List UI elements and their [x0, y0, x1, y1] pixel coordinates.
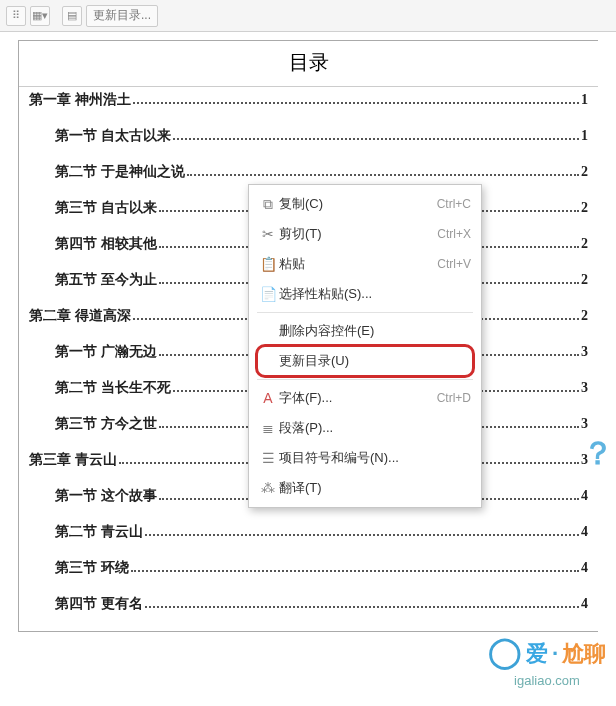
toc-entry-page: 4: [581, 560, 588, 576]
toc-entry-page: 4: [581, 488, 588, 504]
toc-leader-dots: [145, 526, 580, 536]
toc-entry-text: 第一章 神州浩土: [29, 91, 131, 109]
toc-entry-text: 第三章 青云山: [29, 451, 117, 469]
paragraph-icon: ≣: [257, 420, 279, 436]
toc-leader-dots: [187, 166, 580, 176]
toc-entry-page: 2: [581, 200, 588, 216]
menu-cut-label: 剪切(T): [279, 225, 437, 243]
watermark-sep: ·: [552, 641, 558, 667]
toc-entry-page: 2: [581, 236, 588, 252]
menu-copy[interactable]: ⧉ 复制(C) Ctrl+C: [249, 189, 481, 219]
menu-bullets-label: 项目符号和编号(N)...: [279, 449, 471, 467]
toc-entry-page: 2: [581, 272, 588, 288]
menu-delete-cc-label: 删除内容控件(E): [279, 322, 471, 340]
toc-leader-dots: [133, 94, 580, 104]
menu-cut-accel: Ctrl+X: [437, 227, 471, 241]
toc-entry-text: 第三节 自古以来: [55, 199, 157, 217]
refresh-icon[interactable]: ▤: [62, 6, 82, 26]
menu-font-label: 字体(F)...: [279, 389, 437, 407]
update-toc-button[interactable]: 更新目录...: [86, 5, 158, 27]
menu-cut[interactable]: ✂ 剪切(T) Ctrl+X: [249, 219, 481, 249]
cut-icon: ✂: [257, 226, 279, 242]
watermark-text1: 爱: [526, 639, 548, 669]
toc-entry-page: 3: [581, 344, 588, 360]
toc-entry-page: 1: [581, 128, 588, 144]
toc-menu-icon[interactable]: ▦▾: [30, 6, 50, 26]
menu-delete-content-control[interactable]: 删除内容控件(E): [249, 316, 481, 346]
toc-entry-page: 4: [581, 524, 588, 540]
menu-paragraph[interactable]: ≣ 段落(P)...: [249, 413, 481, 443]
menu-paste-label: 粘贴: [279, 255, 437, 273]
copy-icon: ⧉: [257, 196, 279, 213]
menu-paste[interactable]: 📋 粘贴 Ctrl+V: [249, 249, 481, 279]
toc-entry-page: 2: [581, 164, 588, 180]
toc-control-toolbar: ⠿ ▦▾ ▤ 更新目录...: [0, 0, 616, 32]
toc-entry-text: 第一节 广瀚无边: [55, 343, 157, 361]
toc-leader-dots: [173, 130, 580, 140]
toc-entry-text: 第二节 于是神仙之说: [55, 163, 185, 181]
toc-entry[interactable]: 第三节 环绕4: [29, 559, 588, 595]
menu-paragraph-label: 段落(P)...: [279, 419, 471, 437]
toc-entry-page: 3: [581, 416, 588, 432]
toc-entry-text: 第三节 环绕: [55, 559, 129, 577]
menu-bullets[interactable]: ☰ 项目符号和编号(N)...: [249, 443, 481, 473]
menu-update-toc[interactable]: 更新目录(U): [249, 346, 481, 376]
menu-translate-label: 翻译(T): [279, 479, 471, 497]
toc-leader-dots: [145, 598, 580, 608]
toc-entry-text: 第一节 这个故事: [55, 487, 157, 505]
font-icon: A: [257, 390, 279, 406]
watermark-text2: 尬聊: [562, 639, 606, 669]
menu-font[interactable]: A 字体(F)... Ctrl+D: [249, 383, 481, 413]
toc-entry[interactable]: 第四节 更有名4: [29, 595, 588, 631]
toc-entry-text: 第二章 得道高深: [29, 307, 131, 325]
menu-translate[interactable]: ⁂ 翻译(T): [249, 473, 481, 503]
toc-title: 目录: [19, 41, 598, 87]
toc-entry-page: 3: [581, 380, 588, 396]
toc-entry-text: 第二节 当长生不死: [55, 379, 171, 397]
menu-paste-special-label: 选择性粘贴(S)...: [279, 285, 471, 303]
toc-entry-page: 1: [581, 92, 588, 108]
paste-icon: 📋: [257, 256, 279, 272]
menu-paste-accel: Ctrl+V: [437, 257, 471, 271]
toc-entry-text: 第五节 至今为止: [55, 271, 157, 289]
menu-separator: [257, 312, 473, 313]
menu-copy-accel: Ctrl+C: [437, 197, 471, 211]
translate-icon: ⁂: [257, 480, 279, 496]
menu-font-accel: Ctrl+D: [437, 391, 471, 405]
toc-entry[interactable]: 第一章 神州浩土1: [29, 91, 588, 127]
toc-entry[interactable]: 第一节 自太古以来1: [29, 127, 588, 163]
context-menu: ⧉ 复制(C) Ctrl+C ✂ 剪切(T) Ctrl+X 📋 粘贴 Ctrl+…: [248, 184, 482, 508]
toc-entry-text: 第一节 自太古以来: [55, 127, 171, 145]
toc-entry-page: 2: [581, 308, 588, 324]
toc-leader-dots: [131, 562, 580, 572]
question-mark-overlay: ？: [582, 432, 614, 476]
watermark-logo-icon: ◯: [488, 634, 522, 669]
bullets-icon: ☰: [257, 450, 279, 466]
toc-entry-text: 第四节 更有名: [55, 595, 143, 613]
menu-paste-special[interactable]: 📄 选择性粘贴(S)...: [249, 279, 481, 309]
menu-update-toc-label: 更新目录(U): [279, 352, 471, 370]
toc-entry-text: 第三节 方今之世: [55, 415, 157, 433]
toc-entry[interactable]: 第二节 青云山4: [29, 523, 588, 559]
watermark: ◯ 爱 · 尬聊 igaliao.com: [488, 636, 606, 688]
toc-entry-page: 4: [581, 596, 588, 612]
menu-copy-label: 复制(C): [279, 195, 437, 213]
paste-special-icon: 📄: [257, 286, 279, 302]
menu-separator: [257, 379, 473, 380]
toc-entry-text: 第四节 相较其他: [55, 235, 157, 253]
watermark-url: igaliao.com: [488, 673, 606, 688]
toc-handle-icon[interactable]: ⠿: [6, 6, 26, 26]
toc-entry-text: 第二节 青云山: [55, 523, 143, 541]
